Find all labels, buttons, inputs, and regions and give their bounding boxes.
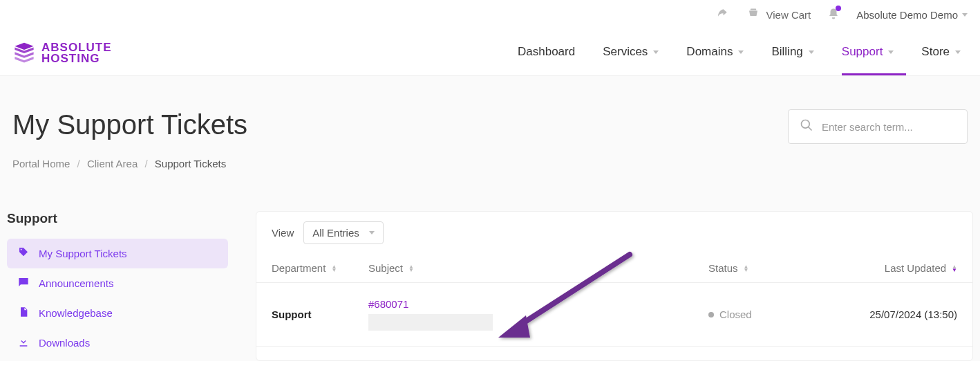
cell-updated: 25/07/2024 (13:50)	[826, 309, 957, 320]
user-menu[interactable]: Absolute Demo Demo	[856, 9, 968, 21]
nav-store[interactable]: Store	[921, 31, 961, 75]
tag-icon	[18, 247, 29, 260]
sidebar-item-label: My Support Tickets	[39, 248, 127, 259]
view-filter-row: View All Entries	[256, 212, 972, 254]
chevron-down-icon	[809, 50, 814, 54]
search-box[interactable]	[788, 109, 968, 144]
sidebar-item-announcements[interactable]: Announcements	[7, 268, 228, 298]
sidebar-item-tickets[interactable]: My Support Tickets	[7, 239, 228, 268]
cell-status: Closed	[708, 309, 826, 320]
sidebar-item-downloads[interactable]: Downloads	[7, 328, 228, 358]
download-icon	[18, 336, 29, 349]
col-subject[interactable]: Subject ▲▼	[368, 262, 708, 274]
table-header: Department ▲▼ Subject ▲▼ Status ▲▼ Last …	[256, 254, 972, 283]
view-select[interactable]: All Entries	[303, 221, 384, 244]
sidebar-heading: Support	[7, 211, 228, 226]
chat-icon	[18, 277, 29, 290]
chevron-down-icon	[888, 50, 894, 54]
logo-icon	[12, 42, 36, 65]
table-row[interactable]: Support #680071 Closed 25/07/2024 (13:50…	[256, 283, 972, 347]
top-utility-bar: View Cart Absolute Demo Demo	[0, 0, 980, 27]
cart-icon	[746, 8, 761, 22]
sort-icon: ▲▼	[952, 265, 957, 272]
col-updated[interactable]: Last Updated ▲▼	[826, 262, 957, 274]
breadcrumb: Portal Home / Client Area / Support Tick…	[12, 158, 968, 169]
sort-icon: ▲▼	[331, 265, 337, 272]
cell-subject: #680071	[368, 298, 708, 331]
svg-line-1	[809, 127, 812, 131]
search-input[interactable]	[822, 121, 956, 133]
share-icon[interactable]	[715, 8, 729, 22]
svg-point-0	[802, 120, 810, 129]
breadcrumb-client[interactable]: Client Area	[87, 158, 138, 169]
nav-billing[interactable]: Billing	[771, 31, 813, 75]
chevron-down-icon	[962, 13, 968, 17]
nav-services[interactable]: Services	[603, 31, 659, 75]
sidebar-item-label: Knowledgebase	[39, 307, 113, 319]
nav-support[interactable]: Support	[842, 31, 894, 75]
page-header-area: My Support Tickets Portal Home / Client …	[0, 76, 980, 190]
ticket-id[interactable]: #680071	[368, 298, 493, 310]
tickets-panel: View All Entries Department ▲▼ Subject ▲…	[256, 211, 973, 361]
view-select-value: All Entries	[312, 227, 359, 239]
ticket-subject-redacted	[368, 314, 493, 331]
view-cart-link[interactable]: View Cart	[746, 8, 811, 22]
sidebar-item-knowledgebase[interactable]: Knowledgebase	[7, 298, 228, 328]
status-text: Closed	[719, 309, 752, 320]
chevron-down-icon	[369, 231, 375, 234]
col-department[interactable]: Department ▲▼	[272, 262, 368, 274]
user-name: Absolute Demo Demo	[856, 9, 958, 21]
status-dot-icon	[708, 312, 714, 318]
sidebar-item-label: Announcements	[39, 277, 113, 289]
brand-logo[interactable]: ABSOLUTE HOSTING	[12, 42, 112, 65]
content-area: Support My Support Tickets Announcements…	[0, 190, 980, 361]
cart-label: View Cart	[766, 9, 811, 21]
nav-dashboard[interactable]: Dashboard	[518, 31, 575, 75]
cell-department: Support	[272, 309, 368, 320]
search-icon	[800, 118, 813, 135]
notification-dot	[836, 6, 841, 11]
sort-icon: ▲▼	[744, 265, 749, 272]
sidebar-item-label: Downloads	[39, 337, 90, 349]
sort-icon: ▲▼	[408, 265, 414, 272]
view-label: View	[272, 227, 294, 239]
chevron-down-icon	[653, 50, 659, 54]
page-title: My Support Tickets	[12, 109, 247, 140]
col-status[interactable]: Status ▲▼	[708, 262, 826, 274]
breadcrumb-home[interactable]: Portal Home	[12, 158, 70, 169]
file-icon	[18, 306, 29, 320]
chevron-down-icon	[955, 50, 961, 54]
chevron-down-icon	[738, 50, 744, 54]
main-navbar: ABSOLUTE HOSTING Dashboard Services Doma…	[0, 27, 980, 76]
notifications-button[interactable]	[827, 7, 840, 23]
logo-line2: HOSTING	[41, 53, 112, 64]
nav-domains[interactable]: Domains	[686, 31, 744, 75]
breadcrumb-current: Support Tickets	[155, 158, 226, 169]
sidebar: Support My Support Tickets Announcements…	[7, 211, 228, 361]
